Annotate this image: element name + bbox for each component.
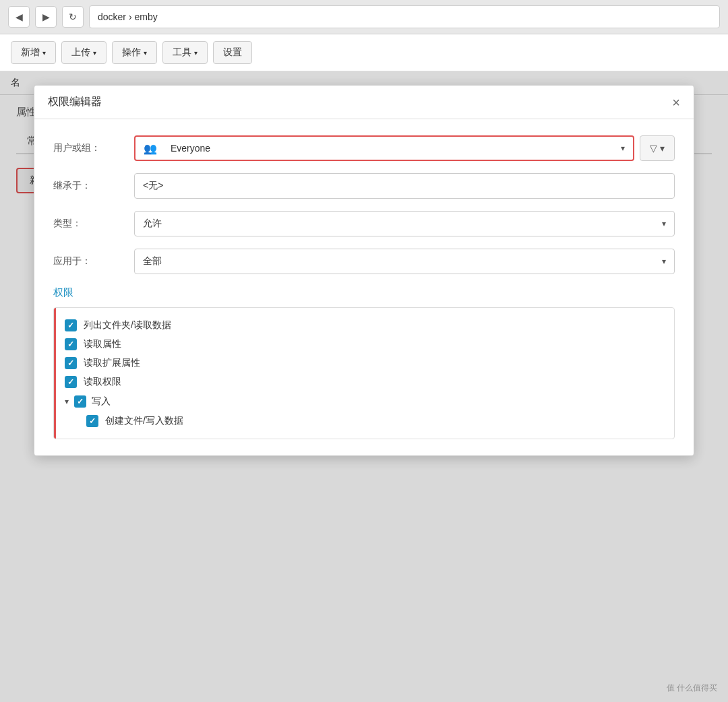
permissions-box: 列出文件夹/读取数据 读取属性 读取扩展属性 读取权限 [53, 307, 675, 439]
perm-checkbox-write-group[interactable] [74, 395, 86, 408]
apply-to-control: 全部 ▾ [134, 249, 675, 274]
toolbar-tools-button[interactable]: 工具 ▾ [162, 41, 208, 64]
permissions-section-title: 权限 [53, 286, 675, 299]
type-label: 类型： [53, 218, 134, 230]
toolbar-settings-button[interactable]: 设置 [213, 41, 252, 64]
dialog-title: 权限编辑器 [48, 95, 102, 109]
dialog-body: 用户或组： 👥 Everyone ▾ ▽ ▾ [34, 119, 694, 455]
perm-group-arrow-icon: ▾ [65, 397, 69, 406]
type-select-arrow-icon: ▾ [662, 219, 666, 228]
forward-button[interactable]: ▶ [35, 6, 57, 28]
user-group-label: 用户或组： [53, 142, 134, 154]
apply-to-row: 应用于： 全部 ▾ [53, 249, 675, 274]
reload-button[interactable]: ↻ [62, 6, 84, 28]
filter-icon: ▽ [650, 143, 657, 154]
toolbar-add-button[interactable]: 新增 ▾ [11, 41, 56, 64]
inherit-row: 继承于： <无> [53, 173, 675, 199]
user-select-arrow-icon: ▾ [613, 137, 633, 160]
perm-group-write: ▾ 写入 [65, 391, 663, 412]
user-select-value: Everyone [165, 137, 613, 160]
perm-checkbox-create[interactable] [86, 415, 98, 427]
apply-to-select-arrow-icon: ▾ [662, 257, 666, 266]
upload-dropdown-icon: ▾ [93, 49, 96, 57]
perm-item-read-perm: 读取权限 [65, 373, 663, 391]
user-select[interactable]: 👥 Everyone ▾ [134, 135, 634, 161]
filter-button[interactable]: ▽ ▾ [640, 135, 675, 161]
permission-editor-dialog: 权限编辑器 × 用户或组： 👥 Everyone ▾ ▽ [34, 85, 694, 456]
back-button[interactable]: ◀ [8, 6, 30, 28]
perm-item-create: 创建文件/写入数据 [65, 412, 663, 430]
user-group-control: 👥 Everyone ▾ ▽ ▾ [134, 135, 675, 161]
perm-checkbox-read-ext-attr[interactable] [65, 357, 77, 369]
type-select[interactable]: 允许 ▾ [134, 211, 675, 236]
dialog-close-button[interactable]: × [672, 96, 680, 109]
type-control: 允许 ▾ [134, 211, 675, 236]
dialog-header: 权限编辑器 × [34, 86, 694, 119]
inherit-control: <无> [134, 173, 675, 199]
perm-checkbox-read-attr[interactable] [65, 338, 77, 350]
toolbar: 新增 ▾ 上传 ▾ 操作 ▾ 工具 ▾ 设置 [0, 34, 728, 71]
inherit-select[interactable]: <无> [134, 173, 675, 199]
inherit-label: 继承于： [53, 180, 134, 192]
perm-item-read-data: 列出文件夹/读取数据 [65, 316, 663, 335]
apply-to-label: 应用于： [53, 255, 134, 267]
add-dropdown-icon: ▾ [42, 49, 46, 57]
filter-dropdown-icon: ▾ [660, 143, 665, 154]
perm-item-read-ext-attr: 读取扩展属性 [65, 354, 663, 373]
toolbar-ops-button[interactable]: 操作 ▾ [112, 41, 157, 64]
address-bar[interactable]: docker › emby [89, 5, 720, 28]
tools-dropdown-icon: ▾ [194, 49, 198, 57]
toolbar-upload-button[interactable]: 上传 ▾ [61, 41, 107, 64]
perm-checkbox-read-perm[interactable] [65, 376, 77, 388]
browser-bar: ◀ ▶ ↻ docker › emby [0, 0, 728, 34]
apply-to-select[interactable]: 全部 ▾ [134, 249, 675, 274]
perm-item-read-attr: 读取属性 [65, 335, 663, 354]
ops-dropdown-icon: ▾ [144, 49, 147, 57]
user-group-icon: 👥 [135, 137, 165, 160]
type-row: 类型： 允许 ▾ [53, 211, 675, 236]
user-group-row: 用户或组： 👥 Everyone ▾ ▽ ▾ [53, 135, 675, 161]
perm-checkbox-read-data[interactable] [65, 319, 77, 331]
dialog-overlay: 权限编辑器 × 用户或组： 👥 Everyone ▾ ▽ [0, 71, 728, 702]
